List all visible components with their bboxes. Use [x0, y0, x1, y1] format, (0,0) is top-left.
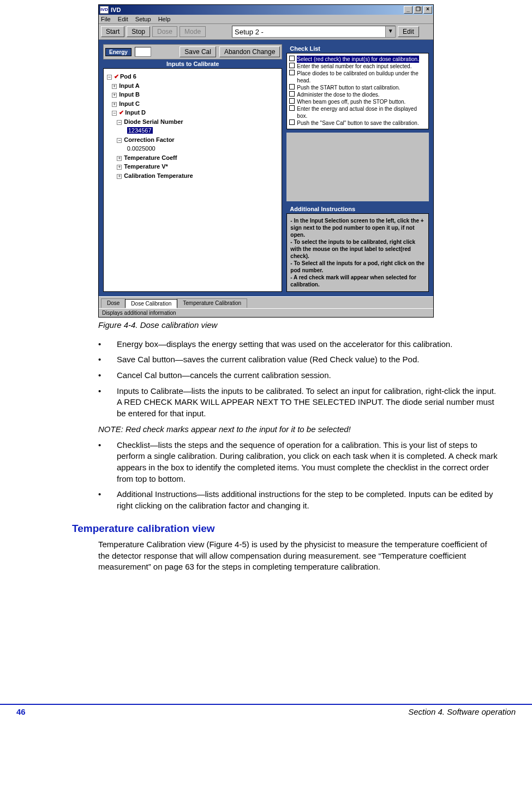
tree-cal-temp[interactable]: Calibration Temperature	[124, 172, 193, 179]
section-body: Temperature Calibration view (Figure 4-5…	[98, 539, 499, 573]
checklist-item[interactable]: Place diodes to be calibrated on buildup…	[289, 70, 426, 84]
tab-strip: Dose Dose Calibration Temperature Calibr…	[99, 296, 433, 308]
titlebar: IVD IVD _ ❐ ×	[99, 5, 433, 15]
page-footer: 46 Section 4. Software operation	[0, 704, 532, 722]
tree-input-c[interactable]: Input C	[119, 100, 140, 107]
tree-input-a[interactable]: Input A	[119, 82, 139, 89]
status-bar: Displays additional information	[99, 308, 433, 317]
dose-button[interactable]: Dose	[152, 26, 177, 37]
bullet-list-2: Checklist—lists the steps and the sequen…	[98, 440, 499, 512]
energy-label: Energy	[105, 48, 131, 56]
save-cal-button[interactable]: Save Cal	[180, 46, 216, 57]
note-text: NOTE: Red check marks appear next to the…	[98, 424, 499, 435]
spacer-panel	[286, 133, 429, 201]
list-item: Energy box—displays the energy setting t…	[98, 339, 499, 350]
tab-dose-calibration[interactable]: Dose Calibration	[125, 299, 177, 308]
bullet-list-1: Energy box—displays the energy setting t…	[98, 339, 499, 420]
tree-dsn[interactable]: Diode Serial Number	[124, 118, 183, 125]
checklist-item[interactable]: Enter the energy and actual dose in the …	[289, 105, 426, 119]
checklist-item[interactable]: Enter the serial number for each input s…	[289, 63, 426, 70]
toolbar: Start Stop Dose Mode ▼ Edit	[99, 24, 433, 40]
menu-edit[interactable]: Edit	[118, 16, 128, 22]
app-window: IVD IVD _ ❐ × File Edit Setup Help Start…	[98, 4, 434, 318]
menu-bar: File Edit Setup Help	[99, 15, 433, 24]
inputs-tree[interactable]: −✔Pod 6 +Input A +Input B +Input C −✔Inp…	[103, 68, 282, 292]
menu-setup[interactable]: Setup	[135, 16, 151, 22]
app-icon: IVD	[100, 6, 109, 14]
tree-temp-coeff[interactable]: Temperature Coeff	[124, 154, 177, 161]
window-title: IVD	[111, 7, 121, 13]
tree-cf[interactable]: Correction Factor	[124, 136, 174, 143]
abandon-change-button[interactable]: Abandon Change	[219, 46, 280, 57]
list-item: Cancel Cal button—cancels the current ca…	[98, 370, 499, 381]
page-number: 46	[16, 707, 26, 716]
setup-combo[interactable]: ▼	[232, 26, 396, 38]
tree-dsn-value[interactable]: 1234567	[127, 127, 153, 134]
edit-button[interactable]: Edit	[398, 26, 419, 37]
energy-input[interactable]	[135, 47, 151, 57]
list-item: Inputs to Calibrate—lists the inputs to …	[98, 386, 499, 420]
checklist-item[interactable]: Administer the dose to the diodes.	[289, 91, 426, 98]
workspace: Energy Save Cal Abandon Change Inputs to…	[99, 40, 433, 296]
list-item: Additional Instructions—lists additional…	[98, 489, 499, 511]
mode-button[interactable]: Mode	[180, 26, 206, 37]
section-heading: Temperature calibration view	[72, 522, 499, 536]
tree-input-b[interactable]: Input B	[119, 91, 140, 98]
menu-file[interactable]: File	[101, 16, 111, 22]
checklist-title: Check List	[286, 44, 429, 53]
tree-pod[interactable]: Pod 6	[120, 73, 136, 80]
checklist-item[interactable]: When beam goes off, push the STOP button…	[289, 98, 426, 105]
menu-help[interactable]: Help	[158, 16, 171, 22]
close-button[interactable]: ×	[423, 6, 432, 14]
figure-caption: Figure 4-4. Dose calibration view	[98, 320, 499, 331]
checklist: Select (red check) the input(s) for dose…	[286, 53, 429, 129]
tree-temp-v[interactable]: Temperature V*	[124, 163, 168, 170]
checklist-item[interactable]: Push the START button to start calibrati…	[289, 84, 426, 91]
additional-title: Additional Instructions	[286, 205, 429, 213]
additional-instructions: - In the Input Selection screen to the l…	[286, 213, 429, 292]
tab-temperature-calibration[interactable]: Temperature Calibration	[177, 298, 247, 308]
list-item: Checklist—lists the steps and the sequen…	[98, 440, 499, 485]
start-button[interactable]: Start	[101, 26, 124, 37]
energy-bar: Energy Save Cal Abandon Change	[103, 44, 282, 59]
inputs-title: Inputs to Calibrate	[103, 59, 282, 68]
tree-input-d[interactable]: Input D	[125, 109, 146, 116]
tree-cf-value[interactable]: 0.0025000	[127, 145, 156, 152]
setup-combo-value[interactable]	[232, 26, 385, 37]
minimize-button[interactable]: _	[404, 6, 413, 14]
chevron-down-icon[interactable]: ▼	[385, 26, 395, 37]
maximize-button[interactable]: ❐	[414, 6, 422, 14]
section-label: Section 4. Software operation	[408, 707, 516, 716]
list-item: Save Cal button—saves the current calibr…	[98, 354, 499, 366]
tab-dose[interactable]: Dose	[101, 298, 125, 308]
checklist-item[interactable]: Select (red check) the input(s) for dose…	[289, 56, 426, 63]
checklist-item[interactable]: Push the "Save Cal" button to save the c…	[289, 119, 426, 127]
stop-button[interactable]: Stop	[127, 26, 150, 37]
